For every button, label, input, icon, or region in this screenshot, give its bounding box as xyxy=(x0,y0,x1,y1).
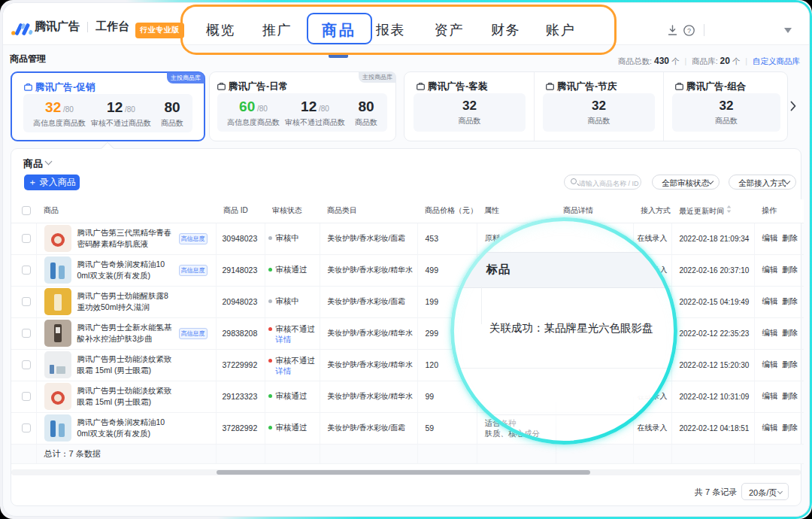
svg-text:?: ? xyxy=(687,27,691,35)
